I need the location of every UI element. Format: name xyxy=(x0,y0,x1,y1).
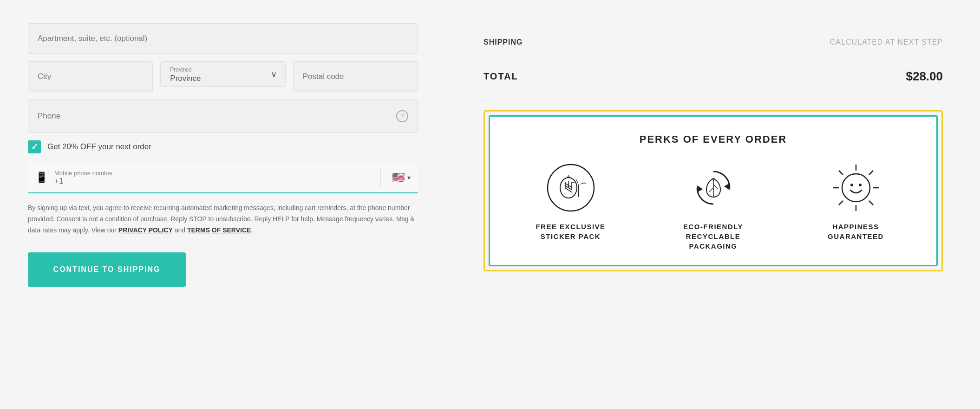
total-label: TOTAL xyxy=(483,71,518,82)
province-label: Province xyxy=(170,66,275,73)
city-field xyxy=(28,61,153,92)
mobile-phone-icon: 📱 xyxy=(35,172,48,184)
phone-input[interactable] xyxy=(38,112,396,121)
continue-to-shipping-button[interactable]: CONTINUE TO SHIPPING xyxy=(28,252,186,287)
province-field: Province Province Alberta British Columb… xyxy=(160,61,285,92)
svg-marker-9 xyxy=(724,183,730,190)
svg-line-19 xyxy=(869,201,873,205)
svg-line-18 xyxy=(839,171,843,175)
province-select-wrapper: Province Province Alberta British Columb… xyxy=(160,61,285,87)
perk-eco-friendly: ECO-FRIENDLYRECYCLABLEPACKAGING xyxy=(647,162,780,251)
us-flag-icon: 🇺🇸 xyxy=(392,172,405,184)
discount-checkbox[interactable]: ✓ xyxy=(28,140,41,153)
order-summary: SHIPPING CALCULATED AT NEXT STEP TOTAL $… xyxy=(483,23,943,271)
sms-field-wrapper: 📱 Mobile phone number +1 🇺🇸 ▾ xyxy=(28,163,418,193)
discount-label: Get 20% OFF your next order xyxy=(47,142,151,152)
svg-line-21 xyxy=(839,201,843,205)
svg-point-0 xyxy=(548,165,594,211)
phone-help-icon[interactable]: ? xyxy=(396,110,408,122)
country-flag-selector[interactable]: 🇺🇸 ▾ xyxy=(392,172,411,184)
sms-divider xyxy=(380,168,381,187)
total-row: TOTAL $28.00 xyxy=(483,57,943,96)
phone-wrapper: ? xyxy=(28,99,418,133)
total-value: $28.00 xyxy=(906,69,943,84)
city-input[interactable] xyxy=(28,61,153,92)
postal-field xyxy=(293,61,418,92)
sms-prefix: +1 xyxy=(54,177,63,185)
sms-inner: Mobile phone number +1 xyxy=(54,170,369,186)
terms-link[interactable]: TERMS OF SERVICE xyxy=(187,226,251,234)
period: . xyxy=(251,226,253,234)
svg-line-20 xyxy=(869,171,873,175)
province-select[interactable]: Province Alberta British Columbia Ontari… xyxy=(170,74,275,83)
left-panel: Province Province Alberta British Columb… xyxy=(0,14,446,395)
svg-marker-10 xyxy=(697,185,703,192)
perks-inner-border: PERKS OF EVERY ORDER xyxy=(489,115,938,266)
apartment-input[interactable] xyxy=(28,23,418,54)
postal-input[interactable] xyxy=(293,61,418,92)
right-panel: SHIPPING CALCULATED AT NEXT STEP TOTAL $… xyxy=(446,14,980,395)
eco-friendly-icon xyxy=(688,162,739,213)
phone-help-label: ? xyxy=(400,112,404,120)
sticker-pack-label: FREE EXCLUSIVESTICKER PACK xyxy=(536,222,605,241)
perks-outer-border: PERKS OF EVERY ORDER xyxy=(483,110,943,271)
perk-sticker-pack: FREE EXCLUSIVESTICKER PACK xyxy=(504,162,637,241)
shipping-label: SHIPPING xyxy=(483,38,523,46)
happiness-icon xyxy=(830,162,882,213)
city-province-postal-row: Province Province Alberta British Columb… xyxy=(28,61,418,92)
flag-chevron-icon: ▾ xyxy=(407,174,411,181)
eco-friendly-label: ECO-FRIENDLYRECYCLABLEPACKAGING xyxy=(683,222,743,251)
svg-point-24 xyxy=(859,184,862,186)
discount-checkbox-row: ✓ Get 20% OFF your next order xyxy=(28,140,418,153)
svg-point-23 xyxy=(850,184,853,186)
privacy-policy-link[interactable]: PRIVACY POLICY xyxy=(118,226,173,234)
svg-line-12 xyxy=(713,185,718,189)
svg-point-22 xyxy=(842,174,870,202)
perks-title: PERKS OF EVERY ORDER xyxy=(504,133,922,145)
sticker-pack-icon xyxy=(545,162,596,213)
shipping-value: CALCULATED AT NEXT STEP xyxy=(830,38,943,46)
and-text: and xyxy=(173,226,187,234)
sms-disclaimer: By signing up via text, you agree to rec… xyxy=(28,203,418,236)
happiness-label: HAPPINESSGUARANTEED xyxy=(828,222,884,241)
perk-happiness: HAPPINESSGUARANTEED xyxy=(789,162,922,241)
sms-label: Mobile phone number xyxy=(54,170,369,177)
perks-items: FREE EXCLUSIVESTICKER PACK xyxy=(504,162,922,251)
shipping-row: SHIPPING CALCULATED AT NEXT STEP xyxy=(483,28,943,57)
checkmark-icon: ✓ xyxy=(31,142,38,152)
svg-line-13 xyxy=(709,188,713,192)
